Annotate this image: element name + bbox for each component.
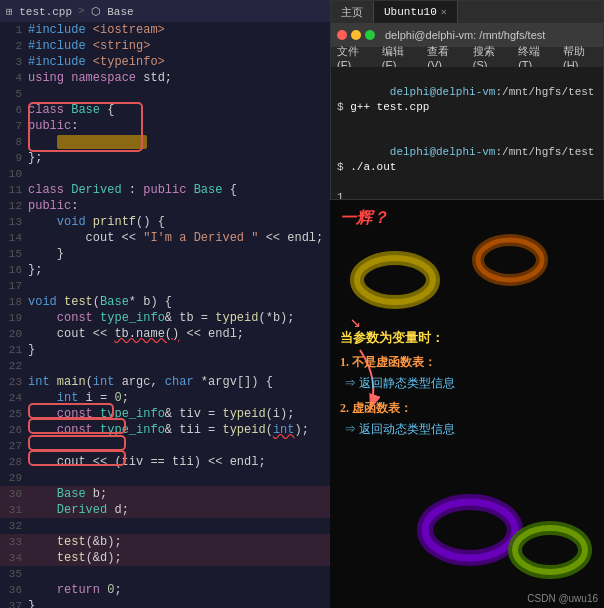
annotation-panel: 一辉？ ↘ 当参数为变量时： 1. 不是虚函数表： ⇒ 返回静态类型信息 2. … [330,200,604,608]
annotation-question: 一辉？ [340,208,388,229]
code-line-14: 14 cout << "I'm a Derived " << endl; [0,230,330,246]
editor-tab-bar: ⊞ test.cpp > ⬡ Base [0,0,330,22]
code-line-10: 10 [0,166,330,182]
terminal-menubar: 文件(F) 编辑(E) 查看(V) 搜索(S) 终端(T) 帮助(H) [331,47,603,67]
maximize-button[interactable] [365,30,375,40]
annotation-point2-title: 2. 虚函数表： [340,399,596,418]
code-line-12: 12 public: [0,198,330,214]
code-line-24: 24 int i = 0; [0,390,330,406]
code-line-28: 28 cout << (tiv == tii) << endl; [0,454,330,470]
annotation-content: 当参数为变量时： 1. 不是虚函数表： ⇒ 返回静态类型信息 2. 虚函数表： … [340,328,596,440]
code-line-6: 6 class Base { [0,102,330,118]
terminal-output-1: 1 [337,190,597,199]
code-line-5: 5 [0,86,330,102]
minimize-button[interactable] [351,30,361,40]
code-line-33: 33 test(&b); [0,534,330,550]
code-line-8: 8 [0,134,330,150]
terminal-body: delphi@delphi-vm:/mnt/hgfs/test$ g++ tes… [331,67,603,199]
code-line-7: 7 public: [0,118,330,134]
code-line-26: 26 const type_info& tii = typeid(int); [0,422,330,438]
code-line-19: 19 const type_info& tb = typeid(*b); [0,310,330,326]
code-line-37: 37 } [0,598,330,608]
code-line-22: 22 [0,358,330,374]
annotation-heading: 当参数为变量时： [340,328,596,349]
code-line-29: 29 [0,470,330,486]
terminal-title: delphi@delphi-vm: /mnt/hgfs/test [385,29,545,41]
code-line-31: 31 Derived d; [0,502,330,518]
code-line-1: 1 #include <iostream> [0,22,330,38]
code-line-32: 32 [0,518,330,534]
code-line-17: 17 [0,278,330,294]
terminal-window: 主页 Ubuntu10 ✕ delphi@delphi-vm: /mnt/hgf… [330,0,604,200]
code-line-34: 34 test(&d); [0,550,330,566]
terminal-line-2: delphi@delphi-vm:/mnt/hgfs/test$ ./a.out [337,130,597,190]
code-line-13: 13 void printf() { [0,214,330,230]
code-line-21: 21 } [0,342,330,358]
code-line-11: 11 class Derived : public Base { [0,182,330,198]
code-line-9: 9 }; [0,150,330,166]
code-line-2: 2 #include <string> [0,38,330,54]
code-line-16: 16 }; [0,262,330,278]
code-line-25: 25 const type_info& tiv = typeid(i); [0,406,330,422]
close-button[interactable] [337,30,347,40]
code-line-3: 3 #include <typeinfo> [0,54,330,70]
code-line-15: 15 } [0,246,330,262]
annotation-point1-body: ⇒ 返回静态类型信息 [340,374,596,393]
tab-ubuntu[interactable]: Ubuntu10 ✕ [374,1,458,23]
breadcrumb-class: ⬡ Base [91,5,134,18]
code-line-27: 27 [0,438,330,454]
code-editor: ⊞ test.cpp > ⬡ Base 1 #include <iostream… [0,0,330,608]
code-line-4: 4 using namespace std; [0,70,330,86]
code-line-20: 20 cout << tb.name() << endl; [0,326,330,342]
window-controls [331,30,381,40]
tab-home[interactable]: 主页 [331,1,374,23]
annotation-point2-body: ⇒ 返回动态类型信息 [340,420,596,439]
terminal-line-1: delphi@delphi-vm:/mnt/hgfs/test$ g++ tes… [337,70,597,130]
code-area: 1 #include <iostream> 2 #include <string… [0,22,330,608]
breadcrumb-file: ⊞ test.cpp [6,5,72,18]
code-line-30: 30 Base b; [0,486,330,502]
code-line-36: 36 return 0; [0,582,330,598]
code-line-23: 23 int main(int argc, char *argv[]) { [0,374,330,390]
watermark: CSDN @uwu16 [527,593,598,604]
right-panel: 主页 Ubuntu10 ✕ delphi@delphi-vm: /mnt/hgf… [330,0,604,608]
code-line-35: 35 [0,566,330,582]
annotation-point1-title: 1. 不是虚函数表： [340,353,596,372]
terminal-tab-bar: 主页 Ubuntu10 ✕ [331,1,603,23]
code-line-18: 18 void test(Base* b) { [0,294,330,310]
